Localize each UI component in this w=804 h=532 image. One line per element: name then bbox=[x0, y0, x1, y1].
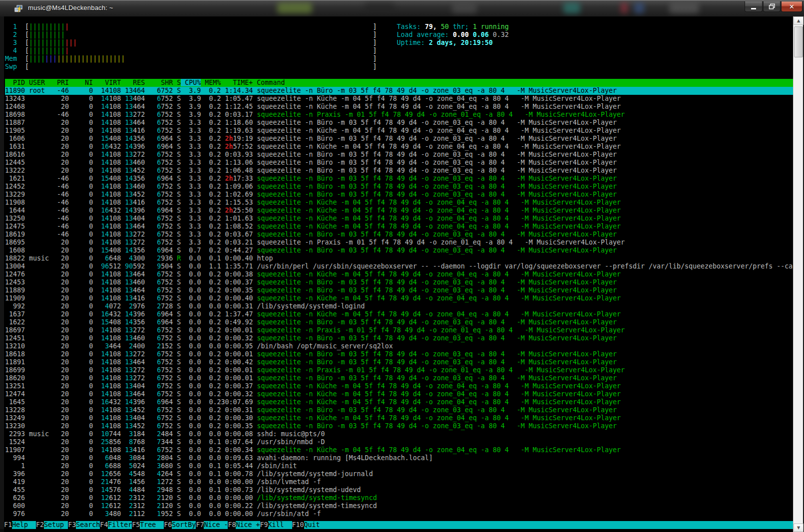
process-row[interactable]: 11889 20 0 14108 13464 6752 S 0.0 0.2 0:… bbox=[5, 286, 793, 294]
process-row[interactable]: 396 20 0 12656 4548 4264 S 0.0 0.1 0:00.… bbox=[5, 470, 793, 478]
process-row[interactable]: 1608 20 0 15408 14356 6964 S 0.7 0.2 0:4… bbox=[5, 247, 793, 255]
glass-reflection bbox=[634, 2, 644, 13]
process-row[interactable]: 12474 20 0 14108 13464 6752 S 0.0 0.2 0:… bbox=[5, 390, 793, 398]
process-row[interactable]: 11909 20 0 14108 13416 6752 S 0.0 0.2 0:… bbox=[5, 294, 793, 302]
process-row[interactable]: 13250 -46 0 14108 13404 6752 S 3.3 0.2 1… bbox=[5, 215, 793, 223]
maximize-button[interactable] bbox=[763, 1, 781, 12]
process-row[interactable]: 13251 20 0 14108 13404 6752 S 0.0 0.2 0:… bbox=[5, 382, 793, 390]
meter-swp: Swp [ ] bbox=[5, 63, 793, 71]
process-row[interactable]: 11905 20 0 14108 13416 6752 S 3.3 0.2 1:… bbox=[5, 127, 793, 135]
process-row[interactable]: 12475 -46 0 14108 13464 6752 S 3.3 0.2 1… bbox=[5, 223, 793, 231]
sort-column-cpu: CPU% bbox=[181, 79, 201, 86]
close-button[interactable]: ✕ bbox=[781, 1, 803, 12]
fkey-f3[interactable]: F3 bbox=[68, 521, 76, 529]
process-row[interactable]: 11887 20 0 14108 13464 6752 S 3.3 0.2 1:… bbox=[5, 119, 793, 127]
title-bar[interactable]: music@Ms4LDeckenbach: ~ ✕ bbox=[0, 0, 804, 16]
scrollbar[interactable]: ▲ ▼ bbox=[793, 16, 803, 532]
fkey-f1[interactable]: F1 bbox=[4, 521, 12, 529]
process-row[interactable]: 419 20 0 21476 1456 1272 S 0.0 0.0 0:00.… bbox=[5, 478, 793, 486]
fkey-label-nice -[interactable]: Nice - bbox=[204, 521, 228, 529]
process-row[interactable]: 13243 20 0 14108 13404 6752 S 3.9 0.2 1:… bbox=[5, 95, 793, 103]
process-row[interactable]: 13228 20 0 14108 13452 6752 S 0.0 0.2 0:… bbox=[5, 406, 793, 414]
process-row-selected[interactable]: 11890 root -46 0 14108 13464 6752 S 3.9 … bbox=[5, 87, 793, 95]
fkey-label-filter[interactable]: Filter bbox=[108, 521, 132, 529]
process-row[interactable]: 18620 20 0 14108 13272 6752 S 0.0 0.2 0:… bbox=[5, 374, 793, 382]
process-row[interactable]: 1524 20 0 25856 8768 7344 S 0.0 0.1 0:07… bbox=[5, 438, 793, 446]
meter-mem: Mem [|||||||||||||||||||||||| ] bbox=[5, 55, 793, 63]
fkey-f7[interactable]: F7 bbox=[196, 521, 204, 529]
process-row[interactable]: 1645 20 0 16432 14396 6964 S 0.0 0.230:0… bbox=[5, 398, 793, 406]
process-row[interactable]: 18698 -46 0 14108 13272 6752 S 3.9 0.2 0… bbox=[5, 111, 793, 119]
process-list: 11890 root -46 0 14108 13464 6752 S 3.9 … bbox=[5, 87, 793, 518]
process-row[interactable]: 1637 20 0 16432 14396 6964 S 0.0 0.2 1:3… bbox=[5, 310, 793, 318]
process-row[interactable]: 18616 20 0 14108 13272 6752 S 3.3 0.2 0:… bbox=[5, 151, 793, 159]
fkey-label-sortby[interactable]: SortBy bbox=[172, 521, 196, 529]
fkey-label-tree[interactable]: Tree bbox=[140, 521, 164, 529]
process-row[interactable]: 600 20 0 12612 2312 2120 S 0.0 0.0 0:00.… bbox=[5, 502, 793, 510]
putty-icon[interactable] bbox=[14, 4, 24, 14]
process-row[interactable]: 12468 20 0 14108 13464 6752 S 3.9 0.2 1:… bbox=[5, 103, 793, 111]
process-row[interactable]: 626 20 0 12612 2312 2120 S 0.0 0.0 0:00.… bbox=[5, 494, 793, 502]
fkey-label-search[interactable]: Search bbox=[76, 521, 100, 529]
process-row[interactable]: 994 20 0 6048 3084 2804 S 0.0 0.0 0:09.6… bbox=[5, 454, 793, 462]
fkey-f2[interactable]: F2 bbox=[36, 521, 44, 529]
scrollbar-thumb[interactable] bbox=[794, 26, 803, 57]
fkey-label-help[interactable]: Help bbox=[12, 521, 36, 529]
process-row[interactable]: 13222 20 0 14108 13452 6752 S 3.3 0.2 1:… bbox=[5, 167, 793, 175]
process-table-header[interactable]: PID USER PRI NI VIRT RES SHR S CPU% MEM%… bbox=[5, 79, 793, 87]
process-row[interactable]: 1644 -46 0 16432 14396 6964 S 3.3 0.2 2h… bbox=[5, 207, 793, 215]
process-row[interactable]: 13230 20 0 14108 13452 6752 S 0.0 0.2 0:… bbox=[5, 422, 793, 430]
process-row[interactable]: 1631 20 0 16432 14396 6964 S 3.3 0.2 2h5… bbox=[5, 143, 793, 151]
putty-window: music@Ms4LDeckenbach: ~ ✕ 1 [|||||||||| bbox=[0, 0, 804, 532]
fkey-label-nice +[interactable]: Nice + bbox=[236, 521, 260, 529]
process-row[interactable]: 1622 20 0 15408 14356 6964 S 0.0 0.2 0:4… bbox=[5, 318, 793, 326]
fkey-label-quit[interactable]: Quit bbox=[304, 521, 328, 529]
fkey-f4[interactable]: F4 bbox=[100, 521, 108, 529]
process-row[interactable]: 11908 -46 0 14108 13416 6752 S 3.3 0.2 1… bbox=[5, 199, 793, 207]
process-row[interactable]: 12453 20 0 14108 13460 6752 S 0.0 0.2 0:… bbox=[5, 278, 793, 286]
terminal[interactable]: 1 [|||||||||| ] Tasks: 79, 50 thr; 1 run… bbox=[4, 16, 793, 532]
process-row[interactable]: 2293 music 20 0 10744 3184 2484 S 0.0 0.… bbox=[5, 430, 793, 438]
scroll-up-button[interactable]: ▲ bbox=[794, 16, 804, 25]
process-row[interactable]: 12451 20 0 14108 13460 6752 S 0.0 0.2 0:… bbox=[5, 334, 793, 342]
window-title: music@Ms4LDeckenbach: ~ bbox=[28, 4, 113, 11]
process-row[interactable]: 13210 20 0 3464 2400 2152 S 0.0 0.0 0:00… bbox=[5, 342, 793, 350]
glass-reflection bbox=[563, 2, 580, 13]
process-row[interactable]: 18699 20 0 14108 13272 6752 S 0.0 0.2 0:… bbox=[5, 366, 793, 374]
process-row[interactable]: 455 20 0 14576 4484 2948 S 0.0 0.1 0:00.… bbox=[5, 486, 793, 494]
scroll-down-button[interactable]: ▼ bbox=[794, 524, 804, 532]
process-row[interactable]: 11907 20 0 14108 13416 6752 S 0.0 0.2 0:… bbox=[5, 446, 793, 454]
process-row[interactable]: 18695 20 0 14108 13272 6752 S 3.3 0.2 0:… bbox=[5, 239, 793, 247]
window-frame-left bbox=[0, 16, 4, 532]
blank-line bbox=[5, 71, 793, 79]
process-row[interactable]: 992 20 0 4072 2976 2728 S 0.0 0.0 0:00.3… bbox=[5, 302, 793, 310]
process-row[interactable]: 12452 -46 0 14108 13460 6752 S 3.3 0.2 1… bbox=[5, 183, 793, 191]
htop-meters: 1 [|||||||||| ] Tasks: 79, 50 thr; 1 run… bbox=[5, 23, 793, 71]
process-row[interactable]: 13249 20 0 14108 13404 6752 S 0.0 0.2 0:… bbox=[5, 414, 793, 422]
process-row[interactable]: 1621 -46 0 15408 14356 6964 S 3.3 0.2 2h… bbox=[5, 175, 793, 183]
fkey-f5[interactable]: F5 bbox=[132, 521, 140, 529]
process-row[interactable]: 18697 20 0 14108 13272 6752 S 0.0 0.2 0:… bbox=[5, 326, 793, 334]
glass-reflection bbox=[669, 2, 699, 13]
fkey-f8[interactable]: F8 bbox=[228, 521, 236, 529]
window-controls: ✕ bbox=[744, 1, 803, 12]
process-row[interactable]: 12445 20 0 14108 13460 6752 S 3.3 0.2 1:… bbox=[5, 159, 793, 167]
minimize-button[interactable] bbox=[745, 1, 763, 12]
process-row[interactable]: 1606 20 0 15408 14356 6964 S 3.3 0.2 2h1… bbox=[5, 135, 793, 143]
process-row[interactable]: 1 20 0 6688 5024 3680 S 0.0 0.1 0:05.44 … bbox=[5, 462, 793, 470]
minimize-icon bbox=[751, 8, 756, 9]
process-row[interactable]: 18619 -46 0 14108 13272 6752 S 3.3 0.2 0… bbox=[5, 231, 793, 239]
process-row[interactable]: 13004 20 0 96512 90592 9504 S 0.0 1.1 1:… bbox=[5, 263, 793, 270]
process-row[interactable]: 976 20 0 3480 2112 1952 S 0.0 0.0 0:00.0… bbox=[5, 510, 793, 518]
fkey-f9[interactable]: F9 bbox=[260, 521, 268, 529]
fkey-f10[interactable]: F10 bbox=[292, 521, 304, 529]
process-row[interactable]: 11891 20 0 14108 13464 6752 S 0.0 0.2 0:… bbox=[5, 358, 793, 366]
process-row[interactable]: 18822 music 20 0 6648 4300 2936 R 0.0 0.… bbox=[5, 255, 793, 263]
meter-4: 4 [|||||||||| ] bbox=[5, 47, 793, 55]
process-row[interactable]: 18618 20 0 14108 13272 6752 S 0.0 0.2 0:… bbox=[5, 350, 793, 358]
fkey-f6[interactable]: F6 bbox=[164, 521, 172, 529]
fkey-label-setup[interactable]: Setup bbox=[44, 521, 68, 529]
process-row[interactable]: 12476 20 0 14108 13464 6752 S 0.0 0.2 0:… bbox=[5, 270, 793, 278]
fkey-label-kill[interactable]: Kill bbox=[268, 521, 292, 529]
process-row[interactable]: 13229 -46 0 14108 13452 6752 S 3.3 0.2 1… bbox=[5, 191, 793, 199]
